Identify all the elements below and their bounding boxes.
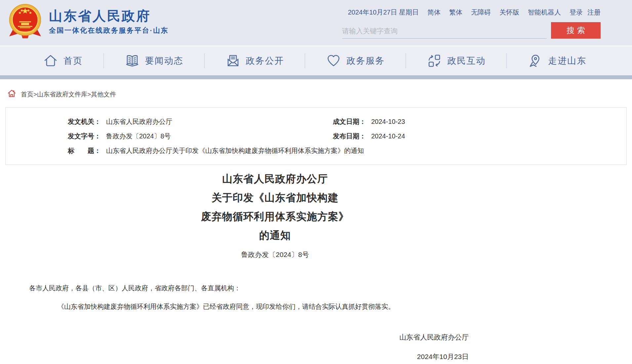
mail-icon xyxy=(225,54,241,68)
search-input[interactable] xyxy=(342,23,547,39)
document-title-line: 的通知 xyxy=(0,226,550,245)
document-meta-box: 发文机关： 山东省人民政府办公厅 成文日期： 2024-10-23 发文字号： … xyxy=(5,107,627,165)
meta-label-written-date: 成文日期： xyxy=(333,117,366,126)
top-utility-bar: 2024年10月27日 星期日 简体 繁体 无障碍 关怀版 智能机器人 登录 注… xyxy=(342,8,601,17)
home-icon xyxy=(43,54,58,68)
search-button[interactable]: 搜索 xyxy=(551,22,601,39)
nav-item-about[interactable]: 走进山东 xyxy=(528,54,586,68)
book-icon xyxy=(125,54,140,68)
link-smart-robot[interactable]: 智能机器人 xyxy=(528,8,561,17)
meta-row-2: 发文字号： 鲁政办发〔2024〕8号 发布日期： 2024-10-24 xyxy=(6,129,626,143)
meta-row-1: 发文机关： 山东省人民政府办公厅 成文日期： 2024-10-23 xyxy=(6,114,626,129)
nav-divider xyxy=(204,53,205,68)
register-link[interactable]: 注册 xyxy=(587,8,601,17)
meta-row-3: 标 题： 山东省人民政府办公厅关于印发《山东省加快构建废弃物循环利用体系实施方案… xyxy=(6,143,626,158)
document-title-line: 关于印发《山东省加快构建 xyxy=(0,188,550,207)
document-title-line: 山东省人民政府办公厅 xyxy=(0,169,550,188)
current-date: 2024年10月27日 星期日 xyxy=(348,8,419,17)
exchange-icon xyxy=(427,54,442,68)
document-title-line: 废弃物循环利用体系实施方案》 xyxy=(0,207,550,226)
meta-value-written-date: 2024-10-23 xyxy=(371,118,405,126)
site-subtitle: 全国一体化在线政务服务平台·山东 xyxy=(49,26,169,35)
meta-label-title: 标 题： xyxy=(68,146,101,155)
main-content: 首页>山东省政府文件库>其他文件 发文机关： 山东省人民政府办公厅 成文日期： … xyxy=(0,79,632,361)
breadcrumb-path[interactable]: 首页>山东省政府文件库>其他文件 xyxy=(21,90,116,99)
meta-value-publish-date: 2024-10-24 xyxy=(371,132,405,140)
breadcrumb: 首页>山东省政府文件库>其他文件 xyxy=(7,89,632,99)
nav-divider xyxy=(406,53,406,68)
nav-item-home[interactable]: 首页 xyxy=(43,54,83,68)
meta-value-issuing-agency: 山东省人民政府办公厅 xyxy=(106,117,172,126)
link-traditional[interactable]: 繁体 xyxy=(449,8,462,17)
meta-label-publish-date: 发布日期： xyxy=(333,132,366,141)
nav-label: 走进山东 xyxy=(548,55,586,67)
link-accessibility[interactable]: 无障碍 xyxy=(471,8,491,17)
heart-icon xyxy=(326,54,341,68)
meta-label-issuing-agency: 发文机关： xyxy=(68,117,101,126)
nav-label: 政务服务 xyxy=(346,55,385,67)
paragraph-salutation: 各市人民政府，各县（市、区）人民政府，省政府各部门、各直属机构： xyxy=(29,283,550,293)
site-title-block: 山东省人民政府 全国一体化在线政务服务平台·山东 xyxy=(49,9,169,35)
search-bar: 搜索 xyxy=(342,22,601,39)
document-body: 山东省人民政府办公厅 关于印发《山东省加快构建 废弃物循环利用体系实施方案》 的… xyxy=(0,169,550,361)
document-paragraphs: 各市人民政府，各县（市、区）人民政府，省政府各部门、各直属机构： 《山东省加快构… xyxy=(0,283,550,311)
national-emblem-icon xyxy=(8,3,42,41)
nav-divider xyxy=(506,53,507,68)
signature-agency: 山东省人民政府办公厅 xyxy=(0,333,469,342)
breadcrumb-home-icon[interactable] xyxy=(7,89,16,99)
nav-item-services[interactable]: 政务服务 xyxy=(326,54,385,68)
page: 山东省人民政府 全国一体化在线政务服务平台·山东 2024年10月27日 星期日… xyxy=(0,0,632,364)
nav-item-disclosure[interactable]: 政务公开 xyxy=(225,54,284,68)
auth-links: 登录 注册 xyxy=(570,8,601,17)
map-pin-icon xyxy=(528,54,543,68)
login-link[interactable]: 登录 xyxy=(570,8,583,17)
nav-label: 政民互动 xyxy=(447,55,486,67)
paragraph-body: 《山东省加快构建废弃物循环利用体系实施方案》已经省政府同意，现印发给你们，请结合… xyxy=(29,302,550,311)
header-right: 2024年10月27日 星期日 简体 繁体 无障碍 关怀版 智能机器人 登录 注… xyxy=(342,8,601,39)
meta-label-doc-number: 发文字号： xyxy=(68,132,101,141)
header-bottom-band xyxy=(0,75,632,79)
nav-label: 首页 xyxy=(63,55,83,67)
signature-block: 山东省人民政府办公厅 2024年10月23日 xyxy=(0,333,550,361)
nav-divider xyxy=(305,53,305,68)
document-title: 山东省人民政府办公厅 关于印发《山东省加快构建 废弃物循环利用体系实施方案》 的… xyxy=(0,169,550,245)
signature-date: 2024年10月23日 xyxy=(0,352,469,361)
meta-value-title: 山东省人民政府办公厅关于印发《山东省加快构建废弃物循环利用体系实施方案》的通知 xyxy=(106,146,364,155)
site-header: 山东省人民政府 全国一体化在线政务服务平台·山东 2024年10月27日 星期日… xyxy=(0,0,632,46)
nav-item-interaction[interactable]: 政民互动 xyxy=(427,54,486,68)
meta-value-doc-number: 鲁政办发〔2024〕8号 xyxy=(106,132,171,141)
site-logo[interactable]: 山东省人民政府 全国一体化在线政务服务平台·山东 xyxy=(8,3,169,41)
document-number: 鲁政办发〔2024〕8号 xyxy=(0,250,550,259)
nav-item-news[interactable]: 要闻动态 xyxy=(125,54,183,68)
site-title: 山东省人民政府 xyxy=(49,9,169,23)
nav-label: 要闻动态 xyxy=(145,55,183,67)
nav-label: 政务公开 xyxy=(246,55,284,67)
link-simplified[interactable]: 简体 xyxy=(427,8,441,17)
link-care-version[interactable]: 关怀版 xyxy=(499,8,519,17)
nav-divider xyxy=(103,53,104,68)
main-nav: 首页 要闻动态 xyxy=(0,46,632,75)
